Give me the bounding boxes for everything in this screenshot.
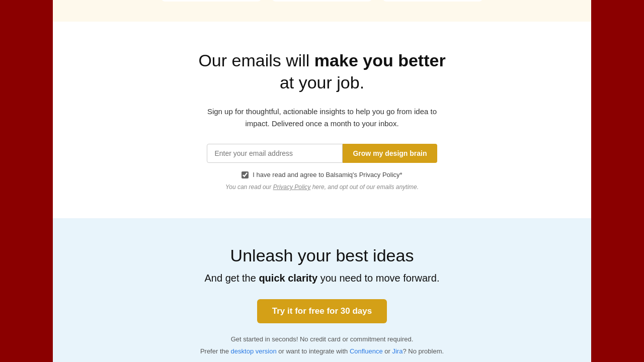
cta-fine-print-line2: Prefer the desktop version or want to in… bbox=[73, 345, 571, 357]
privacy-checkbox[interactable] bbox=[242, 171, 249, 178]
main-container: – ROB WHITING – NAKUL VERMA – JUSTIN WIT… bbox=[53, 0, 591, 362]
privacy-note-before: You can read our bbox=[225, 184, 273, 191]
cta-section: Unleash your best ideas And get the quic… bbox=[53, 218, 591, 362]
confluence-link[interactable]: Confluence bbox=[350, 347, 383, 355]
testimonial-card-2: – NAKUL VERMA bbox=[272, 0, 372, 2]
cta-fine-print-line1: Get started in seconds! No credit card o… bbox=[73, 333, 571, 345]
signup-headline-bold: make you better bbox=[314, 51, 446, 70]
signup-description: Sign up for thoughtful, actionable insig… bbox=[196, 106, 448, 130]
cta-subheadline: And get the quick clarity you need to mo… bbox=[73, 273, 571, 284]
testimonial-card-1: – ROB WHITING bbox=[161, 0, 262, 2]
testimonial-card-3: – JUSTIN WITZ bbox=[382, 0, 483, 2]
privacy-policy-link[interactable]: Privacy Policy bbox=[273, 184, 311, 191]
cta-prefer-text: Prefer the bbox=[200, 347, 231, 355]
privacy-label: I have read and agree to Balsamiq's Priv… bbox=[253, 171, 402, 178]
cta-subheadline-after: you need to move forward. bbox=[317, 273, 439, 284]
desktop-version-link[interactable]: desktop version bbox=[231, 347, 277, 355]
cta-headline: Unleash your best ideas bbox=[73, 246, 571, 265]
privacy-note-after: here, and opt out of our emails anytime. bbox=[310, 184, 419, 191]
cta-or-text: or bbox=[383, 347, 392, 355]
cta-subheadline-before: And get the bbox=[205, 273, 259, 284]
try-free-button[interactable]: Try it for free for 30 days bbox=[257, 299, 387, 323]
signup-form: Grow my design brain bbox=[73, 144, 571, 163]
jira-link[interactable]: Jira bbox=[392, 347, 403, 355]
cta-integrate-text: or want to integrate with bbox=[277, 347, 350, 355]
signup-headline: Our emails will make you betterat your j… bbox=[73, 49, 571, 94]
privacy-row: I have read and agree to Balsamiq's Priv… bbox=[73, 171, 571, 178]
grow-brain-button[interactable]: Grow my design brain bbox=[343, 144, 437, 163]
cta-subheadline-bold: quick clarity bbox=[259, 273, 317, 284]
privacy-note: You can read our Privacy Policy here, an… bbox=[73, 184, 571, 191]
cta-end-text: ? No problem. bbox=[403, 347, 444, 355]
cta-fine-print: Get started in seconds! No credit card o… bbox=[73, 333, 571, 357]
testimonials-section: – ROB WHITING – NAKUL VERMA – JUSTIN WIT… bbox=[53, 0, 591, 22]
signup-section: Our emails will make you betterat your j… bbox=[53, 22, 591, 218]
email-input[interactable] bbox=[207, 144, 343, 163]
